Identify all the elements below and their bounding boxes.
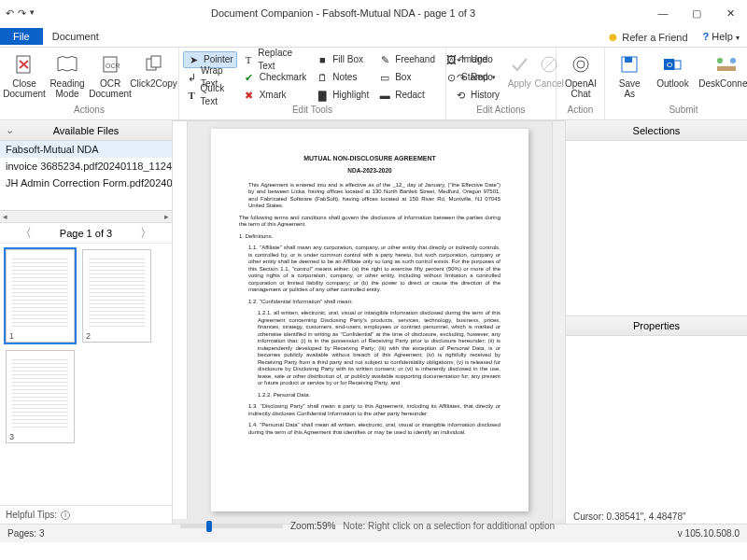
undo-icon[interactable]: ↶ <box>6 7 14 20</box>
quick-text-tool[interactable]: TQuick Text <box>183 87 237 104</box>
freehand-icon: ✎ <box>378 53 391 66</box>
svg-rect-6 <box>151 56 161 67</box>
available-files-header[interactable]: ⌄ Available Files <box>0 120 172 141</box>
group-action-label: Action <box>557 105 604 119</box>
svg-rect-18 <box>717 66 736 71</box>
cursor-readout: Cursor: 0.38541", 4.48478" <box>566 510 747 524</box>
maximize-button[interactable]: ▢ <box>680 0 713 26</box>
replace-text-tool[interactable]: TReplace Text <box>239 51 311 68</box>
helpful-tips[interactable]: Helpful Tips: i <box>0 505 172 524</box>
zoom-slider[interactable] <box>180 525 283 528</box>
click2copy-icon <box>141 51 167 77</box>
svg-text:O: O <box>667 61 672 69</box>
file-list: Fabsoft-Mutual NDA invoice 3685234.pdf20… <box>0 141 172 191</box>
svg-line-8 <box>543 59 555 70</box>
replace-text-icon: T <box>243 53 255 66</box>
undo-icon: ↶ <box>454 53 467 66</box>
save-as-icon <box>616 51 642 77</box>
undo-button[interactable]: ↶Undo <box>450 51 503 68</box>
close-window-button[interactable]: ✕ <box>713 0 747 26</box>
document-menu[interactable]: Document <box>43 28 108 45</box>
reading-mode-icon <box>54 51 80 77</box>
svg-point-10 <box>577 61 585 68</box>
properties-body <box>566 336 747 511</box>
zoom-value: Zoom:59% <box>290 521 335 531</box>
dropdown-icon[interactable]: ▾ <box>30 7 35 20</box>
notes-icon: 🗒 <box>316 71 329 84</box>
minimize-button[interactable]: — <box>646 0 680 26</box>
freehand-tool[interactable]: ✎Freehand <box>374 51 439 68</box>
redact-tool[interactable]: ▬Redact <box>374 87 439 104</box>
file-item[interactable]: JH Admin Correction Form.pdf20240123_091… <box>0 175 172 191</box>
outlook-icon: O <box>659 51 685 77</box>
document-page: MUTUAL NON-DISCLOSURE AGREEMENT NDA-2623… <box>211 129 529 511</box>
page-navigator: 〈 Page 1 of 3 〉 <box>0 223 172 244</box>
box-tool[interactable]: ▭Box <box>374 69 439 86</box>
info-icon: i <box>61 511 70 520</box>
zoom-bar: Zoom:59% Note: Right click on a selectio… <box>173 519 565 533</box>
prev-page-button[interactable]: 〈 <box>20 225 32 242</box>
cancel-icon <box>536 51 562 77</box>
page-thumbnail[interactable]: 2 <box>82 249 151 343</box>
page-thumbnail[interactable]: 1 <box>6 249 75 343</box>
history-button[interactable]: ⟲History <box>450 87 503 104</box>
doc-title: MUTUAL NON-DISCLOSURE AGREEMENT <box>239 155 500 163</box>
document-scroll[interactable]: MUTUAL NON-DISCLOSURE AGREEMENT NDA-2623… <box>188 121 552 519</box>
xmark-tool[interactable]: ✖Xmark <box>239 87 311 104</box>
apply-button[interactable]: Apply <box>505 49 533 91</box>
document-viewport: MUTUAL NON-DISCLOSURE AGREEMENT NDA-2623… <box>173 120 565 524</box>
file-list-scrollbar[interactable]: ◂▸ <box>0 210 172 223</box>
svg-text:OCR: OCR <box>106 63 120 69</box>
vertical-ruler <box>173 121 188 519</box>
status-version: v 105.10.508.0 <box>670 528 747 539</box>
page-thumbnail[interactable]: 3 <box>6 350 75 443</box>
vertical-scrollbar[interactable] <box>552 121 565 519</box>
deskconnect-icon <box>713 51 740 77</box>
xmark-icon: ✖ <box>243 89 256 102</box>
save-as-button[interactable]: Save As <box>609 49 650 101</box>
svg-rect-15 <box>674 61 681 69</box>
outlook-button[interactable]: O Outlook <box>652 49 693 91</box>
svg-point-17 <box>730 58 736 63</box>
file-menu[interactable]: File <box>0 28 43 45</box>
deskconnect-button[interactable]: DeskConnect <box>695 49 747 91</box>
pointer-icon: ➤ <box>187 53 200 66</box>
group-actions-label: Actions <box>0 105 178 119</box>
right-panel: Selections Properties Cursor: 0.38541", … <box>565 120 747 524</box>
apply-icon <box>506 51 532 77</box>
file-item[interactable]: invoice 3685234.pdf20240118_112439_76433 <box>0 158 172 175</box>
window-title: Document Companion - Fabsoft-Mutual NDA … <box>40 7 646 19</box>
redo-icon[interactable]: ↷ <box>18 7 26 20</box>
cancel-button[interactable]: Cancel <box>535 49 563 91</box>
ribbon: Close Document Reading Mode OCR OCR Docu… <box>0 48 747 120</box>
next-page-button[interactable]: 〉 <box>140 225 152 242</box>
reading-mode-button[interactable]: Reading Mode <box>47 49 88 101</box>
selections-body <box>566 141 747 315</box>
fill-box-icon: ■ <box>316 53 329 66</box>
refer-label: Refer a Friend <box>622 32 687 43</box>
selections-header[interactable]: Selections <box>566 120 747 141</box>
checkmark-tool[interactable]: ✔Checkmark <box>239 69 311 86</box>
close-document-button[interactable]: Close Document <box>4 49 45 101</box>
fill-box-tool[interactable]: ■Fill Box <box>312 51 373 68</box>
properties-header[interactable]: Properties <box>566 315 747 336</box>
highlight-tool[interactable]: ▇Highlight <box>312 87 373 104</box>
close-document-icon <box>11 51 37 77</box>
click2copy-button[interactable]: Click2Copy <box>133 49 175 91</box>
checkmark-icon: ✔ <box>243 71 256 84</box>
highlight-icon: ▇ <box>316 89 329 102</box>
file-item[interactable]: Fabsoft-Mutual NDA <box>0 141 172 158</box>
help-menu[interactable]: ? Help ▾ <box>696 31 747 42</box>
collapse-icon[interactable]: ⌄ <box>6 124 14 136</box>
quick-text-icon: T <box>187 89 197 102</box>
refer-friend-link[interactable]: ☻ Refer a Friend <box>599 30 695 44</box>
notes-tool[interactable]: 🗒Notes <box>312 69 373 86</box>
status-pages: Pages: 3 <box>0 528 51 539</box>
box-icon: ▭ <box>378 71 391 84</box>
openai-chat-button[interactable]: OpenAI Chat <box>560 49 601 101</box>
redo-button[interactable]: ↷Redo <box>450 69 503 86</box>
ocr-document-button[interactable]: OCR OCR Document <box>90 49 131 101</box>
openai-icon <box>568 51 594 77</box>
svg-point-9 <box>573 57 588 72</box>
svg-rect-12 <box>625 57 632 63</box>
